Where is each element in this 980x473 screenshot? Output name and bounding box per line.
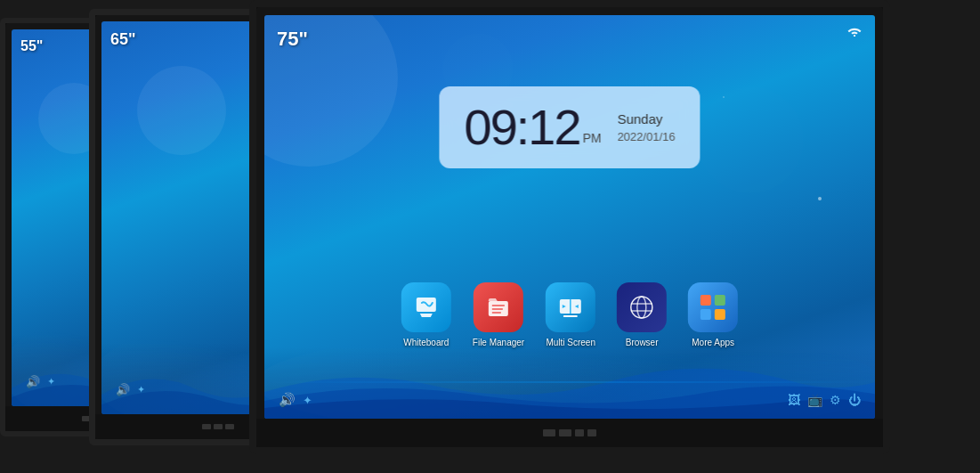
status-left-75: 🔊 ✦ (279, 392, 312, 408)
apps-row: Whiteboard File Manager (401, 282, 738, 347)
clock-widget: 09:12 PM Sunday 2022/01/16 (439, 86, 700, 168)
multi-screen-label: Multi Screen (546, 338, 595, 347)
brightness-icon-75[interactable]: ✦ (303, 394, 312, 407)
usb-port (225, 424, 234, 429)
clock-date: 2022/01/16 (618, 130, 676, 143)
clock-time-display: 09:12 PM (464, 102, 601, 152)
usb-port-3 (575, 429, 584, 436)
app-file-manager[interactable]: File Manager (473, 282, 524, 347)
clock-day: Sunday (618, 111, 676, 126)
clock-ampm: PM (583, 131, 602, 145)
monitors-display: 55" 🔊 ✦ (0, 0, 980, 473)
app-multi-screen[interactable]: Multi Screen (546, 282, 595, 347)
status-left-65: 🔊 ✦ (116, 383, 145, 396)
clock-date-section: Sunday 2022/01/16 (618, 111, 676, 143)
wifi-icon (846, 24, 863, 39)
grid-cell-3 (701, 309, 711, 320)
size-label-75: 75" (277, 28, 308, 51)
multi-screen-icon (546, 282, 595, 332)
app-browser[interactable]: Browser (617, 282, 667, 347)
status-right-75: 🖼 📺 ⚙ ⏻ (788, 393, 861, 407)
status-left-55: 🔊 ✦ (26, 375, 55, 388)
screen-share-icon-75[interactable]: 📺 (807, 393, 822, 407)
app-whiteboard[interactable]: Whiteboard (401, 282, 451, 347)
size-label-65: 65" (110, 30, 136, 49)
brightness-icon-65[interactable]: ✦ (137, 384, 145, 396)
usb-port-1 (543, 429, 555, 436)
volume-icon-55[interactable]: 🔊 (26, 375, 40, 388)
clock-time: 09:12 (464, 102, 579, 152)
power-icon-75[interactable]: ⏻ (848, 393, 861, 407)
more-apps-grid (701, 295, 725, 320)
settings-icon-75[interactable]: ⚙ (830, 393, 841, 407)
monitor-75: 75" (249, 0, 890, 454)
grid-cell-2 (715, 295, 725, 306)
more-apps-label: More Apps (692, 338, 734, 347)
svg-point-8 (631, 297, 652, 318)
svg-point-0 (854, 35, 855, 37)
volume-icon-75[interactable]: 🔊 (279, 392, 296, 408)
whiteboard-icon (401, 282, 451, 332)
usb-port-4 (587, 429, 596, 436)
status-bar-75: 🔊 ✦ 🖼 📺 ⚙ ⏻ (264, 392, 875, 408)
usb-port (202, 424, 211, 429)
whiteboard-label: Whiteboard (403, 338, 449, 347)
bezel-bottom-75 (256, 419, 883, 447)
volume-icon-65[interactable]: 🔊 (116, 383, 130, 396)
size-label-55: 55" (20, 38, 43, 54)
usb-port (214, 424, 223, 429)
browser-icon (617, 282, 667, 332)
more-apps-icon (688, 282, 738, 332)
screen-75: 75" (264, 15, 875, 419)
grid-cell-1 (701, 295, 711, 306)
file-manager-label: File Manager (473, 338, 524, 347)
browser-label: Browser (626, 338, 659, 347)
app-more-apps[interactable]: More Apps (688, 282, 738, 347)
usb-port-2 (559, 429, 571, 436)
gallery-icon-75[interactable]: 🖼 (788, 393, 800, 407)
brightness-icon-55[interactable]: ✦ (47, 376, 55, 387)
bottom-glow (264, 381, 875, 383)
file-manager-icon (474, 282, 523, 332)
svg-point-9 (637, 297, 646, 318)
grid-cell-4 (715, 309, 725, 320)
